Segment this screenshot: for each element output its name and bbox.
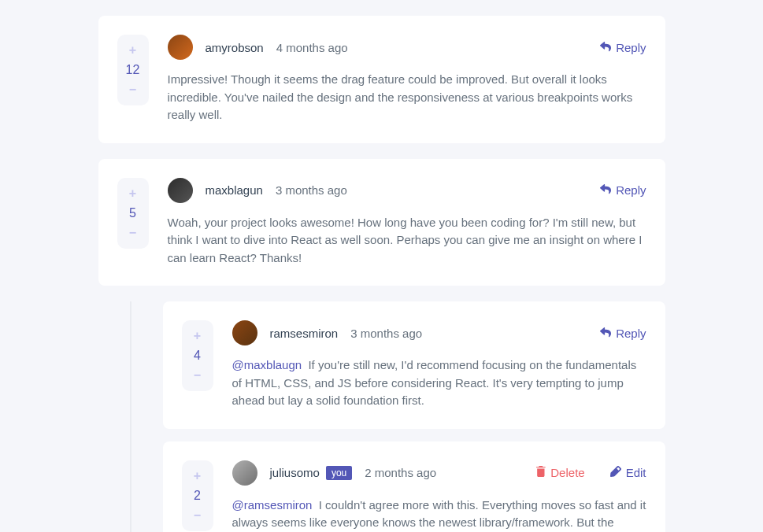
timestamp: 3 months ago	[350, 327, 422, 340]
downvote-button[interactable]: −	[187, 506, 207, 525]
mention: @maxblaugn	[232, 358, 302, 371]
username: juliusomo	[270, 466, 320, 479]
avatar	[168, 178, 193, 203]
downvote-button[interactable]: −	[187, 366, 207, 385]
downvote-button[interactable]: −	[123, 80, 143, 99]
edit-button[interactable]: Edit	[610, 466, 646, 479]
replies-wrapper: + 4 − ramsesmiron 3 months ago Reply	[130, 301, 665, 532]
comment-body: @ramsesmiron I couldn't agree more with …	[232, 497, 646, 533]
mention: @ramsesmiron	[232, 498, 313, 512]
reply-card: + 4 − ramsesmiron 3 months ago Reply	[163, 301, 665, 429]
reply-icon	[600, 327, 611, 340]
vote-count: 2	[194, 486, 201, 506]
vote-box: + 2 −	[182, 460, 213, 531]
comment-body: @maxblaugn If you're still new, I'd reco…	[232, 357, 646, 410]
avatar	[168, 35, 193, 60]
upvote-button[interactable]: +	[123, 184, 143, 203]
comment-content: ramsesmiron 3 months ago Reply @maxblaug…	[232, 320, 646, 410]
comment-content: maxblagun 3 months ago Reply Woah, your …	[168, 178, 646, 268]
reply-button[interactable]: Reply	[600, 327, 646, 340]
comment-content: amyrobson 4 months ago Reply Impressive!…	[168, 35, 646, 124]
reply-label: Reply	[616, 327, 646, 340]
avatar	[232, 460, 257, 486]
comment-body: Woah, your project looks awesome! How lo…	[168, 214, 646, 268]
downvote-button[interactable]: −	[123, 224, 143, 242]
timestamp: 4 months ago	[276, 41, 348, 54]
comment-header: maxblagun 3 months ago Reply	[168, 178, 646, 203]
comment-header: amyrobson 4 months ago Reply	[168, 35, 646, 60]
timestamp: 2 months ago	[365, 466, 436, 479]
vote-count: 5	[129, 203, 136, 224]
upvote-button[interactable]: +	[187, 327, 207, 345]
upvote-button[interactable]: +	[187, 467, 207, 486]
you-badge: you	[326, 466, 352, 480]
reply-icon	[600, 183, 611, 197]
reply-button[interactable]: Reply	[600, 183, 646, 197]
upvote-button[interactable]: +	[123, 41, 143, 60]
username: maxblagun	[206, 183, 263, 197]
vote-box: + 5 −	[117, 178, 149, 249]
comments-container: + 12 − amyrobson 4 months ago Reply Impr…	[91, 16, 673, 532]
avatar	[232, 320, 257, 345]
vote-box: + 12 −	[117, 35, 149, 105]
comment-header: ramsesmiron 3 months ago Reply	[232, 320, 646, 345]
timestamp: 3 months ago	[276, 183, 347, 197]
vote-count: 4	[194, 345, 201, 366]
delete-button[interactable]: Delete	[536, 466, 584, 479]
comment-card: + 12 − amyrobson 4 months ago Reply Impr…	[98, 16, 665, 143]
comment-card: + 5 − maxblagun 3 months ago Reply Woah,…	[98, 159, 665, 286]
comment-content: juliusomo you 2 months ago Delete	[232, 460, 646, 533]
username: amyrobson	[206, 41, 264, 54]
reply-button[interactable]: Reply	[600, 41, 646, 54]
comment-body: Impressive! Though it seems the drag fea…	[168, 71, 646, 124]
delete-label: Delete	[550, 466, 584, 479]
edit-label: Edit	[626, 466, 646, 479]
reply-label: Reply	[616, 183, 646, 197]
reply-card-own: + 2 − juliusomo you 2 months ago Delete	[163, 441, 665, 533]
vote-box: + 4 −	[182, 320, 213, 391]
vote-count: 12	[126, 60, 140, 80]
edit-icon	[610, 466, 621, 479]
delete-icon	[536, 466, 546, 479]
username: ramsesmiron	[270, 327, 339, 340]
reply-label: Reply	[616, 41, 646, 54]
comment-header: juliusomo you 2 months ago Delete	[232, 460, 646, 486]
reply-icon	[600, 41, 611, 54]
